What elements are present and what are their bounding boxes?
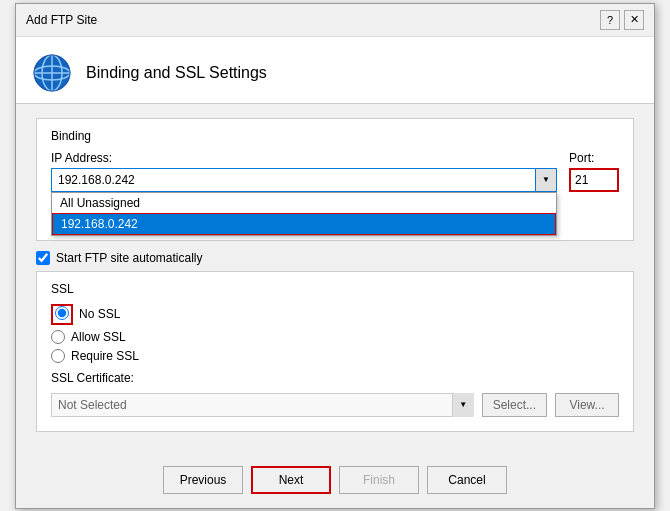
auto-start-checkbox[interactable]	[36, 251, 50, 265]
dialog-title: Add FTP Site	[26, 13, 97, 27]
cert-select[interactable]	[51, 393, 474, 417]
ip-option-192[interactable]: 192.168.0.242	[52, 213, 556, 235]
ip-address-label: IP Address:	[51, 151, 557, 165]
ip-dropdown-wrapper: ▼ All Unassigned 192.168.0.242	[51, 168, 557, 192]
view-cert-button[interactable]: View...	[555, 393, 619, 417]
allow-ssl-radio[interactable]	[51, 330, 65, 344]
footer: Previous Next Finish Cancel	[16, 456, 654, 508]
port-label: Port:	[569, 151, 619, 165]
no-ssl-border	[51, 304, 73, 325]
ip-dropdown-arrow[interactable]: ▼	[535, 168, 557, 192]
title-bar-buttons: ? ✕	[600, 10, 644, 30]
ip-address-input[interactable]	[51, 168, 557, 192]
require-ssl-label[interactable]: Require SSL	[71, 349, 139, 363]
auto-start-row: Start FTP site automatically	[36, 251, 634, 265]
ip-address-group: IP Address: ▼ All Unassigned 192.168.0.2…	[51, 151, 557, 192]
auto-start-label[interactable]: Start FTP site automatically	[56, 251, 203, 265]
no-ssl-label[interactable]: No SSL	[79, 307, 120, 321]
cert-row: ▼ Select... View...	[51, 393, 619, 417]
cancel-button[interactable]: Cancel	[427, 466, 507, 494]
allow-ssl-label[interactable]: Allow SSL	[71, 330, 126, 344]
port-input[interactable]	[569, 168, 619, 192]
ip-port-row: IP Address: ▼ All Unassigned 192.168.0.2…	[51, 151, 619, 192]
finish-button[interactable]: Finish	[339, 466, 419, 494]
require-ssl-radio[interactable]	[51, 349, 65, 363]
title-bar: Add FTP Site ? ✕	[16, 4, 654, 37]
ip-option-all-unassigned[interactable]: All Unassigned	[52, 193, 556, 213]
no-ssl-radio[interactable]	[55, 306, 69, 320]
ip-dropdown-menu: All Unassigned 192.168.0.242	[51, 192, 557, 236]
header: Binding and SSL Settings	[16, 37, 654, 104]
ssl-section-label: SSL	[51, 282, 619, 296]
cert-group: SSL Certificate: ▼ Select... View...	[51, 371, 619, 417]
next-button[interactable]: Next	[251, 466, 331, 494]
globe-icon	[32, 53, 72, 93]
cert-label: SSL Certificate:	[51, 371, 619, 385]
previous-button[interactable]: Previous	[163, 466, 243, 494]
dialog: Add FTP Site ? ✕ Binding and SSL Setting…	[15, 3, 655, 509]
binding-label: Binding	[51, 129, 619, 143]
close-button[interactable]: ✕	[624, 10, 644, 30]
help-button[interactable]: ?	[600, 10, 620, 30]
cert-select-wrapper: ▼	[51, 393, 474, 417]
cert-dropdown-arrow[interactable]: ▼	[452, 393, 474, 417]
allow-ssl-row: Allow SSL	[51, 330, 619, 344]
require-ssl-row: Require SSL	[51, 349, 619, 363]
page-title: Binding and SSL Settings	[86, 64, 267, 82]
content: Binding IP Address: ▼ All Unassigned 192…	[16, 104, 654, 456]
ssl-section: SSL No SSL Allow SSL Require SSL SSL Cer	[36, 271, 634, 432]
binding-section: Binding IP Address: ▼ All Unassigned 192…	[36, 118, 634, 241]
select-cert-button[interactable]: Select...	[482, 393, 547, 417]
no-ssl-row: No SSL	[51, 304, 619, 325]
port-group: Port:	[569, 151, 619, 192]
